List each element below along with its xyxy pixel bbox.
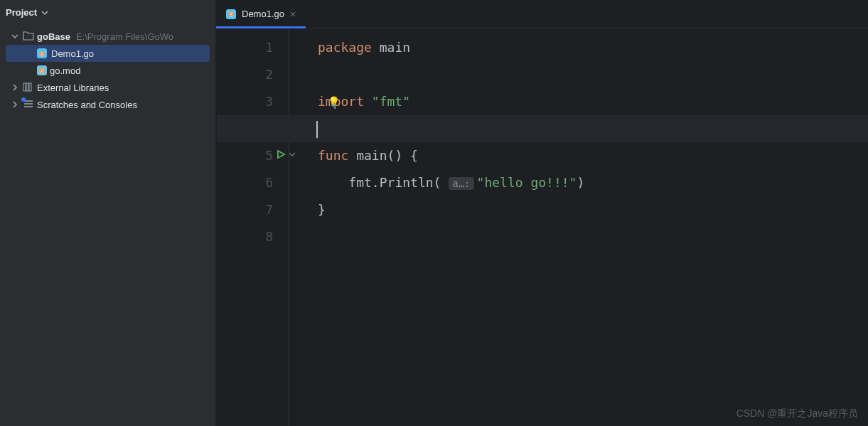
editor-tabs: 🐹 Demo1.go × bbox=[216, 0, 868, 28]
go-mod-icon: 🐹 bbox=[37, 65, 47, 75]
parameter-hint: a…: bbox=[449, 177, 473, 190]
gutter: 1 2 3 4 5 6 7 8 bbox=[216, 28, 289, 426]
chevron-down-icon bbox=[10, 33, 20, 40]
tree-scratches[interactable]: Scratches and Consoles bbox=[0, 96, 215, 113]
tab-demo1[interactable]: 🐹 Demo1.go × bbox=[216, 0, 306, 28]
code-area[interactable]: package main 💡import "fmt" func main() {… bbox=[289, 28, 868, 426]
chevron-right-icon bbox=[10, 101, 20, 108]
line-number: 7 bbox=[216, 196, 273, 223]
code-line: } bbox=[318, 196, 868, 223]
scratches-icon bbox=[23, 99, 34, 111]
file-label: Demo1.go bbox=[51, 48, 94, 59]
line-number: 6 bbox=[216, 169, 273, 196]
tab-label: Demo1.go bbox=[242, 9, 284, 19]
go-file-icon: 🐹 bbox=[37, 48, 47, 58]
project-header[interactable]: Project bbox=[0, 0, 215, 25]
svg-rect-1 bbox=[26, 83, 28, 91]
line-number: 8 bbox=[216, 223, 273, 250]
code-line: package main bbox=[318, 34, 868, 61]
project-path: E:\Program Files\GoWo bbox=[76, 31, 173, 42]
tree-file-gomod[interactable]: 🐹 go.mod bbox=[0, 62, 215, 79]
code-line bbox=[318, 115, 868, 142]
external-label: External Libraries bbox=[37, 82, 109, 93]
code-line bbox=[318, 61, 868, 88]
line-number: 1 bbox=[216, 34, 273, 61]
code-line: fmt.Println( a…:"hello go!!!") bbox=[318, 169, 868, 196]
project-tree: goBase E:\Program Files\GoWo 🐹 Demo1.go … bbox=[0, 25, 215, 116]
svg-rect-2 bbox=[29, 83, 31, 91]
code-editor[interactable]: 1 2 3 4 5 6 7 8 package main 💡imp bbox=[216, 28, 868, 426]
chevron-right-icon bbox=[10, 84, 20, 91]
tree-file-demo1[interactable]: 🐹 Demo1.go bbox=[6, 45, 210, 62]
chevron-down-icon bbox=[40, 9, 50, 16]
intention-bulb-icon[interactable]: 💡 bbox=[328, 88, 340, 115]
tree-external-libs[interactable]: External Libraries bbox=[0, 79, 215, 96]
project-name: goBase bbox=[37, 31, 70, 42]
scratches-label: Scratches and Consoles bbox=[37, 100, 137, 110]
project-label: Project bbox=[6, 7, 37, 18]
code-line: func main() { bbox=[318, 142, 868, 169]
library-icon bbox=[23, 82, 34, 94]
code-line: 💡import "fmt" bbox=[318, 88, 868, 115]
close-icon[interactable]: × bbox=[290, 9, 296, 20]
project-sidebar: Project goBase E:\Program Files\GoWo 🐹 D… bbox=[0, 0, 216, 426]
file-label: go.mod bbox=[50, 65, 80, 76]
text-cursor bbox=[316, 121, 318, 138]
line-number: 3 bbox=[216, 88, 273, 115]
line-number: 5 bbox=[216, 142, 273, 169]
run-gutter-icon[interactable] bbox=[276, 142, 286, 169]
code-line bbox=[318, 223, 868, 250]
tree-root[interactable]: goBase E:\Program Files\GoWo bbox=[0, 28, 215, 45]
svg-rect-0 bbox=[23, 83, 26, 91]
folder-icon bbox=[23, 31, 34, 43]
line-number: 2 bbox=[216, 61, 273, 88]
editor-main: 🐹 Demo1.go × 1 2 3 4 5 6 7 8 bbox=[216, 0, 868, 426]
watermark: CSDN @重开之Java程序员 bbox=[736, 408, 858, 420]
go-file-icon: 🐹 bbox=[226, 9, 236, 19]
